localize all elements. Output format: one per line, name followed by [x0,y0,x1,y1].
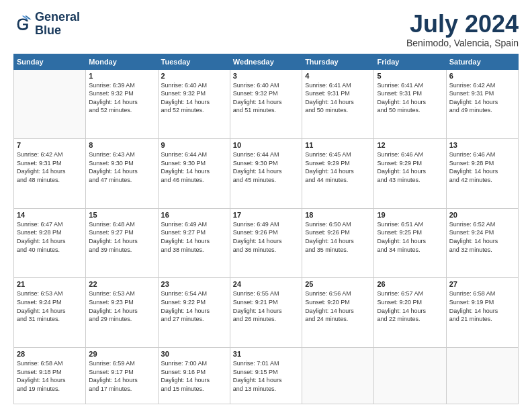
calendar-cell: 12Sunrise: 6:46 AM Sunset: 9:29 PM Dayli… [374,139,446,209]
calendar-cell: 26Sunrise: 6:57 AM Sunset: 9:20 PM Dayli… [374,278,446,348]
day-info: Sunrise: 6:56 AM Sunset: 9:20 PM Dayligh… [305,289,371,323]
day-number: 6 [449,72,515,80]
day-info: Sunrise: 6:44 AM Sunset: 9:30 PM Dayligh… [161,150,227,184]
calendar-cell: 30Sunrise: 7:00 AM Sunset: 9:16 PM Dayli… [158,347,230,404]
logo-line2: Blue [35,24,80,38]
calendar-cell: 29Sunrise: 6:59 AM Sunset: 9:17 PM Dayli… [86,347,158,404]
day-info: Sunrise: 6:49 AM Sunset: 9:27 PM Dayligh… [161,220,227,254]
calendar-cell: 3Sunrise: 6:40 AM Sunset: 9:32 PM Daylig… [230,69,302,139]
day-info: Sunrise: 7:00 AM Sunset: 9:16 PM Dayligh… [161,359,227,393]
day-info: Sunrise: 6:55 AM Sunset: 9:21 PM Dayligh… [233,289,299,323]
day-info: Sunrise: 6:53 AM Sunset: 9:24 PM Dayligh… [17,289,83,323]
calendar-cell [302,347,374,404]
day-number: 17 [233,211,299,219]
day-info: Sunrise: 6:40 AM Sunset: 9:32 PM Dayligh… [161,81,227,115]
day-number: 26 [377,280,443,288]
calendar-week-1: 7Sunrise: 6:42 AM Sunset: 9:31 PM Daylig… [14,139,519,209]
day-number: 29 [89,350,154,358]
calendar-cell: 31Sunrise: 7:01 AM Sunset: 9:15 PM Dayli… [230,347,302,404]
calendar-cell: 4Sunrise: 6:41 AM Sunset: 9:31 PM Daylig… [302,69,374,139]
day-number: 28 [17,350,83,358]
calendar-cell [446,347,518,404]
logo: General Blue [13,11,80,38]
day-number: 19 [377,211,443,219]
day-number: 22 [89,280,154,288]
logo-text: General Blue [35,11,80,38]
day-number: 24 [233,280,299,288]
day-number: 3 [233,72,299,80]
day-info: Sunrise: 6:48 AM Sunset: 9:27 PM Dayligh… [89,220,154,254]
day-info: Sunrise: 6:59 AM Sunset: 9:17 PM Dayligh… [89,359,154,393]
calendar-cell: 8Sunrise: 6:43 AM Sunset: 9:30 PM Daylig… [86,139,158,209]
day-number: 4 [305,72,371,80]
calendar-cell: 28Sunrise: 6:58 AM Sunset: 9:18 PM Dayli… [14,347,86,404]
day-info: Sunrise: 6:54 AM Sunset: 9:22 PM Dayligh… [161,289,227,323]
col-thursday: Thursday [302,54,374,69]
day-info: Sunrise: 6:39 AM Sunset: 9:32 PM Dayligh… [89,81,154,115]
calendar-cell: 11Sunrise: 6:45 AM Sunset: 9:29 PM Dayli… [302,139,374,209]
month-title: July 2024 [406,11,519,38]
day-info: Sunrise: 7:01 AM Sunset: 9:15 PM Dayligh… [233,359,299,393]
calendar-cell: 16Sunrise: 6:49 AM Sunset: 9:27 PM Dayli… [158,208,230,278]
header: General Blue July 2024 Benimodo, Valenci… [13,11,519,48]
subtitle: Benimodo, Valencia, Spain [406,38,519,48]
day-number: 25 [305,280,371,288]
col-wednesday: Wednesday [230,54,302,69]
calendar-cell: 25Sunrise: 6:56 AM Sunset: 9:20 PM Dayli… [302,278,374,348]
day-number: 21 [17,280,83,288]
day-number: 5 [377,72,443,80]
col-friday: Friday [374,54,446,69]
day-info: Sunrise: 6:42 AM Sunset: 9:31 PM Dayligh… [449,81,515,115]
header-row: Sunday Monday Tuesday Wednesday Thursday… [14,54,519,69]
calendar-cell: 2Sunrise: 6:40 AM Sunset: 9:32 PM Daylig… [158,69,230,139]
day-number: 2 [161,72,227,80]
day-number: 20 [449,211,515,219]
day-info: Sunrise: 6:41 AM Sunset: 9:31 PM Dayligh… [377,81,443,115]
day-number: 18 [305,211,371,219]
day-number: 16 [161,211,227,219]
day-number: 7 [17,141,83,149]
day-info: Sunrise: 6:40 AM Sunset: 9:32 PM Dayligh… [233,81,299,115]
calendar-cell [374,347,446,404]
day-info: Sunrise: 6:47 AM Sunset: 9:28 PM Dayligh… [17,220,83,254]
day-number: 23 [161,280,227,288]
day-number: 1 [89,72,154,80]
calendar-cell: 19Sunrise: 6:51 AM Sunset: 9:25 PM Dayli… [374,208,446,278]
calendar-cell: 5Sunrise: 6:41 AM Sunset: 9:31 PM Daylig… [374,69,446,139]
calendar-cell: 14Sunrise: 6:47 AM Sunset: 9:28 PM Dayli… [14,208,86,278]
day-info: Sunrise: 6:43 AM Sunset: 9:30 PM Dayligh… [89,150,154,184]
day-info: Sunrise: 6:52 AM Sunset: 9:24 PM Dayligh… [449,220,515,254]
calendar-cell: 13Sunrise: 6:46 AM Sunset: 9:28 PM Dayli… [446,139,518,209]
day-info: Sunrise: 6:46 AM Sunset: 9:28 PM Dayligh… [449,150,515,184]
day-info: Sunrise: 6:51 AM Sunset: 9:25 PM Dayligh… [377,220,443,254]
calendar-table: Sunday Monday Tuesday Wednesday Thursday… [13,54,519,404]
calendar-cell: 17Sunrise: 6:49 AM Sunset: 9:26 PM Dayli… [230,208,302,278]
day-info: Sunrise: 6:50 AM Sunset: 9:26 PM Dayligh… [305,220,371,254]
col-monday: Monday [86,54,158,69]
calendar-week-4: 28Sunrise: 6:58 AM Sunset: 9:18 PM Dayli… [14,347,519,404]
day-number: 27 [449,280,515,288]
day-number: 14 [17,211,83,219]
day-info: Sunrise: 6:49 AM Sunset: 9:26 PM Dayligh… [233,220,299,254]
calendar-cell: 9Sunrise: 6:44 AM Sunset: 9:30 PM Daylig… [158,139,230,209]
calendar-cell: 6Sunrise: 6:42 AM Sunset: 9:31 PM Daylig… [446,69,518,139]
day-info: Sunrise: 6:46 AM Sunset: 9:29 PM Dayligh… [377,150,443,184]
col-saturday: Saturday [446,54,518,69]
logo-icon [13,15,32,34]
day-info: Sunrise: 6:53 AM Sunset: 9:23 PM Dayligh… [89,289,154,323]
calendar-cell: 18Sunrise: 6:50 AM Sunset: 9:26 PM Dayli… [302,208,374,278]
day-info: Sunrise: 6:58 AM Sunset: 9:18 PM Dayligh… [17,359,83,393]
calendar-cell: 15Sunrise: 6:48 AM Sunset: 9:27 PM Dayli… [86,208,158,278]
col-sunday: Sunday [14,54,86,69]
page: General Blue July 2024 Benimodo, Valenci… [0,0,532,411]
calendar-cell: 27Sunrise: 6:58 AM Sunset: 9:19 PM Dayli… [446,278,518,348]
title-area: July 2024 Benimodo, Valencia, Spain [406,11,519,48]
calendar-cell: 10Sunrise: 6:44 AM Sunset: 9:30 PM Dayli… [230,139,302,209]
day-number: 13 [449,141,515,149]
day-number: 9 [161,141,227,149]
calendar-week-2: 14Sunrise: 6:47 AM Sunset: 9:28 PM Dayli… [14,208,519,278]
day-number: 30 [161,350,227,358]
day-number: 11 [305,141,371,149]
calendar-cell: 23Sunrise: 6:54 AM Sunset: 9:22 PM Dayli… [158,278,230,348]
day-info: Sunrise: 6:44 AM Sunset: 9:30 PM Dayligh… [233,150,299,184]
